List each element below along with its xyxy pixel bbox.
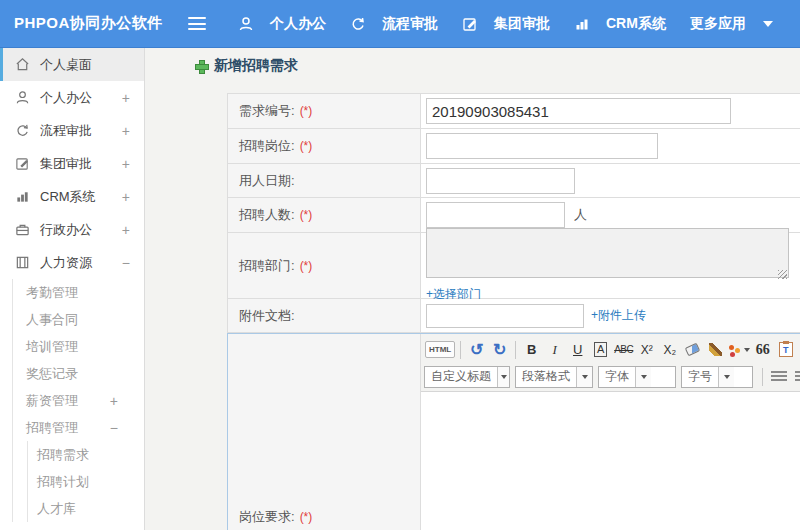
form-row-hire-date: 用人日期: [228,164,800,198]
sidebar-item-label: 集团审批 [40,155,92,173]
nav-group-approval[interactable]: 集团审批 [462,15,550,33]
sidebar-item-crm-system[interactable]: CRM系统 + [0,180,144,213]
field-label: 附件文档: [228,299,421,332]
underline-button[interactable]: U [567,339,588,360]
sidebar-item-group-approval[interactable]: 集团审批 + [0,147,144,180]
sidebar-item-label: 培训管理 [26,338,78,356]
superscript-button[interactable]: X² [636,339,657,360]
sidebar-item-label: 薪资管理 [26,392,78,410]
expand-toggle[interactable]: + [122,222,130,238]
department-textarea[interactable] [426,228,789,278]
field-label: 需求编号: (*) [228,94,421,128]
expand-toggle[interactable]: + [122,90,130,106]
sidebar-item-hr-contract[interactable]: 人事合同 [13,306,144,333]
form-row-job-requirements: 岗位要求: (*) HTML ↺ ↻ B I U A [227,333,800,530]
subscript-button[interactable]: X₂ [659,339,680,360]
form-row-position: 招聘岗位: (*) [228,129,800,164]
sidebar-item-label: 招聘需求 [37,446,89,464]
toolbar-row-1: HTML ↺ ↻ B I U A ABC X² X₂ [424,336,800,363]
sidebar-item-label: 人力资源 [40,254,92,272]
editor-toolbar: HTML ↺ ↻ B I U A ABC X² X₂ [421,334,800,392]
sidebar-item-personal-desktop[interactable]: 个人桌面 [0,48,144,81]
required-marker: (*) [300,104,313,118]
nav-label: 个人办公 [270,15,326,33]
flow-icon [15,123,31,138]
required-marker: (*) [300,510,313,524]
italic-button[interactable]: I [544,339,565,360]
html-source-button[interactable]: HTML [425,341,455,358]
sidebar-item-personal-office[interactable]: 个人办公 + [0,81,144,114]
briefcase-icon [15,222,31,237]
bold-button[interactable]: B [521,339,542,360]
edit-icon [462,16,478,32]
sidebar-item-training[interactable]: 培训管理 [13,333,144,360]
user-icon [238,16,254,32]
nav-label: 流程审批 [382,15,438,33]
redo-icon[interactable]: ↻ [489,339,510,360]
field-label: 招聘部门: (*) [228,233,421,298]
nav-more-apps[interactable]: 更多应用 [690,15,773,33]
brush-icon[interactable] [705,339,726,360]
editor-content-area[interactable] [421,392,800,530]
sidebar-item-label: 个人桌面 [40,56,92,74]
eraser-icon[interactable] [682,339,703,360]
sidebar-item-recruit-plan[interactable]: 招聘计划 [28,468,144,495]
nav-personal-office[interactable]: 个人办公 [238,15,326,33]
field-label: 招聘人数: (*) [228,198,421,232]
request-no-input[interactable] [426,98,731,124]
undo-icon[interactable]: ↺ [466,339,487,360]
sidebar-item-label: 人才库 [37,500,76,518]
nav-crm-system[interactable]: CRM系统 [574,15,666,33]
hamburger-icon[interactable] [188,17,206,30]
attachment-input[interactable] [426,304,584,328]
unit-suffix: 人 [574,206,587,224]
position-input[interactable] [426,133,658,159]
sidebar-item-recruit-request[interactable]: 招聘需求 [28,441,144,468]
expand-toggle[interactable]: + [122,156,130,172]
nav-workflow-approval[interactable]: 流程审批 [350,15,438,33]
top-header: PHPOA协同办公软件 个人办公 流程审批 集团审批 [0,0,800,48]
sidebar-item-attendance[interactable]: 考勤管理 [13,279,144,306]
user-icon [15,90,31,105]
toolbar-separator [762,368,763,386]
expand-toggle[interactable]: + [122,189,130,205]
sidebar-item-admin-office[interactable]: 行政办公 + [0,213,144,246]
sidebar-item-label: CRM系统 [40,188,96,206]
form-row-department: 招聘部门: (*) +选择部门 [228,233,800,299]
hire-date-input[interactable] [426,168,575,194]
form-row-request-no: 需求编号: (*) [228,94,800,129]
blockquote-button[interactable]: 66 [752,339,773,360]
sidebar-item-label: 人事合同 [26,311,78,329]
attachment-upload-link[interactable]: +附件上传 [591,307,646,324]
expand-toggle[interactable]: + [110,393,118,409]
align-left-icon[interactable] [771,371,787,383]
align-center-icon[interactable] [795,371,800,383]
add-icon [195,60,207,72]
sidebar-item-label: 行政办公 [40,221,92,239]
sidebar-item-rewards[interactable]: 奖惩记录 [13,360,144,387]
paste-icon[interactable]: T [775,339,796,360]
headcount-input[interactable] [426,202,565,228]
toolbar-separator [515,341,516,359]
sidebar-item-recruitment[interactable]: 招聘管理 − [13,414,144,441]
nav-label: 更多应用 [690,15,746,33]
sidebar-item-label: 个人办公 [40,89,92,107]
expand-toggle[interactable]: − [122,255,130,271]
sidebar-item-talent-pool[interactable]: 人才库 [28,495,144,522]
app-logo: PHPOA协同办公软件 [0,14,188,33]
font-family-dropdown[interactable]: 字体 [598,366,676,388]
font-size-dropdown[interactable]: 字号 [681,366,753,388]
sidebar-item-salary[interactable]: 薪资管理 + [13,387,144,414]
paragraph-format-dropdown[interactable]: 段落格式 [515,366,593,388]
page-title: 新增招聘需求 [195,57,298,75]
font-style-button[interactable]: A [590,339,611,360]
palette-icon[interactable] [728,339,750,360]
sidebar-item-workflow-approval[interactable]: 流程审批 + [0,114,144,147]
expand-toggle[interactable]: − [110,420,118,436]
strikethrough-button[interactable]: ABC [613,339,634,360]
expand-toggle[interactable]: + [122,123,130,139]
rich-text-editor: HTML ↺ ↻ B I U A ABC X² X₂ [421,334,800,530]
hr-submenu: 考勤管理 人事合同 培训管理 奖惩记录 薪资管理 + 招聘管理 − 招聘需求 招… [12,279,144,522]
custom-title-dropdown[interactable]: 自定义标题 [424,366,510,388]
sidebar-item-human-resources[interactable]: 人力资源 − [0,246,144,279]
